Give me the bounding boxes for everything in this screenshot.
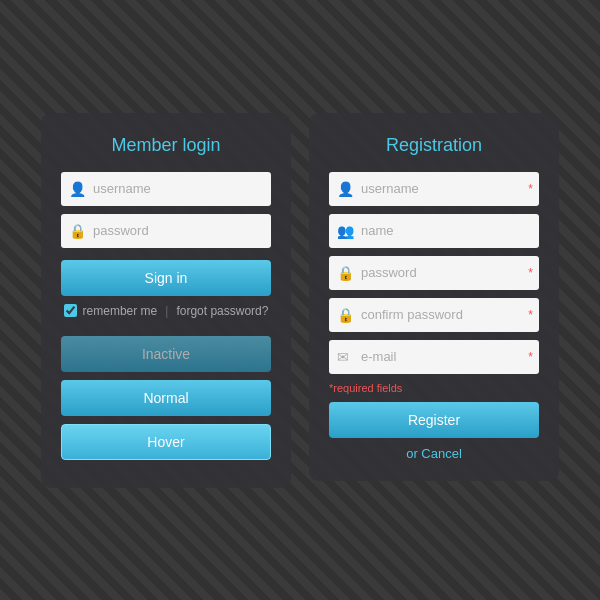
hover-button[interactable]: Hover <box>61 424 271 460</box>
pipe-divider: | <box>165 304 168 318</box>
registration-panel: Registration 👤 * 👥 🔒 * 🔒 * ✉ * *required… <box>309 113 559 481</box>
inactive-button[interactable]: Inactive <box>61 336 271 372</box>
reg-email-group: ✉ * <box>329 340 539 374</box>
cancel-link[interactable]: or Cancel <box>329 446 539 461</box>
remember-checkbox[interactable] <box>64 304 77 317</box>
registration-title: Registration <box>329 135 539 156</box>
confirm-required-star: * <box>528 308 533 322</box>
remember-row: remember me | forgot password? <box>61 304 271 318</box>
reg-name-input[interactable] <box>329 214 539 248</box>
login-username-input[interactable] <box>61 172 271 206</box>
register-button[interactable]: Register <box>329 402 539 438</box>
reg-name-group: 👥 <box>329 214 539 248</box>
normal-button[interactable]: Normal <box>61 380 271 416</box>
username-required-star: * <box>528 182 533 196</box>
panels-container: Member login 👤 🔒 Sign in remember me | f… <box>41 113 559 488</box>
reg-username-input[interactable] <box>329 172 539 206</box>
reg-password-group: 🔒 * <box>329 256 539 290</box>
required-fields-note: *required fields <box>329 382 539 394</box>
password-required-star: * <box>528 266 533 280</box>
remember-label: remember me <box>83 304 158 318</box>
forgot-password-link[interactable]: forgot password? <box>176 304 268 318</box>
login-username-group: 👤 <box>61 172 271 206</box>
reg-username-group: 👤 * <box>329 172 539 206</box>
reg-password-input[interactable] <box>329 256 539 290</box>
signin-button[interactable]: Sign in <box>61 260 271 296</box>
login-password-input[interactable] <box>61 214 271 248</box>
login-title: Member login <box>61 135 271 156</box>
reg-confirm-group: 🔒 * <box>329 298 539 332</box>
reg-confirm-input[interactable] <box>329 298 539 332</box>
login-password-group: 🔒 <box>61 214 271 248</box>
login-panel: Member login 👤 🔒 Sign in remember me | f… <box>41 113 291 488</box>
reg-email-input[interactable] <box>329 340 539 374</box>
email-required-star: * <box>528 350 533 364</box>
